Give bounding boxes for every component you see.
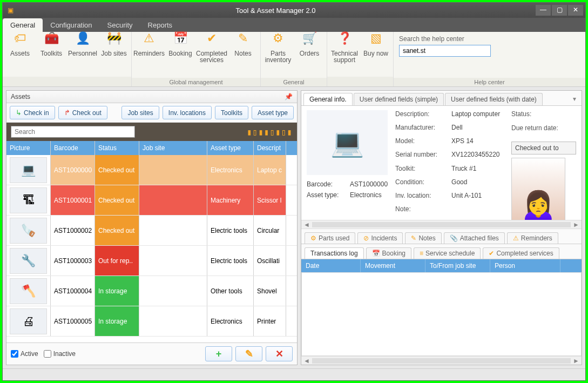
tab-udf-simple[interactable]: User defined fields (simple) bbox=[354, 93, 444, 105]
subtab-completed[interactable]: ✔Completed services bbox=[483, 247, 559, 259]
log-hscroll[interactable]: ◄► bbox=[301, 356, 582, 365]
active-checkbox[interactable]: Active bbox=[11, 350, 38, 358]
person-avatar: 🙍‍♀️ bbox=[511, 158, 565, 220]
subtab-parts-used[interactable]: ⚙Parts used bbox=[305, 232, 355, 244]
grid-header: Picture Barcode Status Job site Asset ty… bbox=[6, 141, 297, 155]
cell-barcode: AST1000000 bbox=[51, 155, 95, 185]
subtab-attached[interactable]: 📎Attached files bbox=[444, 232, 505, 244]
subtab-notes[interactable]: ✎Notes bbox=[405, 232, 441, 244]
inv-locations-button[interactable]: Inv. locations bbox=[163, 106, 212, 119]
pin-icon[interactable]: 📌 bbox=[285, 93, 293, 100]
asset-thumb-icon: 🖨 bbox=[10, 308, 47, 334]
table-row[interactable]: 🏗AST1000001Checked outMachineryScissor l bbox=[6, 185, 297, 216]
ribbon-orders-button[interactable]: 🛒Orders bbox=[295, 34, 323, 57]
tab-security[interactable]: Security bbox=[100, 18, 140, 32]
personnel-icon: 👤 bbox=[76, 35, 90, 49]
incident-icon: ⊘ bbox=[363, 234, 369, 242]
close-button[interactable]: ✕ bbox=[568, 5, 583, 16]
detail-panel: General info. User defined fields (simpl… bbox=[301, 90, 582, 365]
ribbon-notes-button[interactable]: ✎Notes bbox=[229, 34, 257, 57]
ribbon-assets-button[interactable]: 🏷Assets bbox=[6, 34, 34, 57]
subtab-booking[interactable]: 📅Booking bbox=[366, 247, 411, 259]
cell-barcode: AST1000005 bbox=[51, 306, 95, 336]
ribbon-toolkits-button[interactable]: 🧰Toolkits bbox=[37, 34, 65, 57]
ribbon-booking-button[interactable]: 📅Booking bbox=[166, 34, 194, 57]
cell-status: Checked out bbox=[95, 155, 139, 185]
logcol-movement[interactable]: Movement bbox=[361, 259, 425, 272]
job-sites-button[interactable]: Job sites bbox=[121, 106, 159, 119]
detail-hscroll[interactable]: ◄► bbox=[301, 220, 582, 229]
log-body[interactable] bbox=[301, 272, 582, 356]
cell-description: Circular bbox=[254, 216, 286, 245]
delete-button[interactable]: ✕ bbox=[266, 346, 293, 361]
subtab-transactions[interactable]: Transactions log bbox=[305, 247, 364, 259]
ribbon-reminders-button[interactable]: ⚠Reminders bbox=[135, 34, 163, 57]
tab-reports[interactable]: Reports bbox=[140, 18, 180, 32]
ribbon-completed-services-button[interactable]: ✔Completed services bbox=[198, 34, 226, 63]
ribbon-group-4-label bbox=[327, 77, 393, 86]
cog-icon: ⚙ bbox=[310, 234, 316, 242]
col-jobsite[interactable]: Job site bbox=[139, 141, 207, 155]
due-label: Due return date: bbox=[511, 124, 576, 132]
check-out-icon: ↱ bbox=[64, 109, 70, 117]
sn-label: Serial number: bbox=[395, 151, 445, 161]
check-in-icon: ↳ bbox=[16, 109, 22, 117]
logcol-person[interactable]: Person bbox=[490, 259, 560, 272]
subtab-reminders[interactable]: ⚠Reminders bbox=[507, 232, 558, 244]
cell-assettype: Electric tools bbox=[207, 216, 254, 245]
assets-panel-title: Assets bbox=[11, 93, 30, 100]
tab-configuration[interactable]: Configuration bbox=[43, 18, 99, 32]
asset-thumb-icon: 🪓 bbox=[10, 278, 47, 304]
add-button[interactable]: + bbox=[205, 346, 232, 361]
ribbon-job-sites-button[interactable]: 🚧Job sites bbox=[100, 34, 128, 57]
note-label: Note: bbox=[395, 205, 445, 216]
cell-barcode: AST1000003 bbox=[51, 246, 95, 276]
table-row[interactable]: 🪚AST1000002Checked outElectric toolsCirc… bbox=[6, 216, 297, 246]
cell-description: Laptop c bbox=[254, 155, 286, 185]
logcol-date[interactable]: Date bbox=[301, 259, 361, 272]
note-value bbox=[451, 205, 500, 216]
ribbon-parts-inventory-button[interactable]: ⚙Parts inventory bbox=[264, 34, 292, 63]
table-row[interactable]: 🪓AST1000004In storageOther toolsShovel bbox=[6, 276, 297, 306]
completed-icon: ✔ bbox=[489, 250, 494, 257]
cell-jobsite bbox=[139, 216, 207, 245]
check-out-button[interactable]: ↱Check out bbox=[58, 106, 107, 119]
col-picture[interactable]: Picture bbox=[6, 141, 51, 155]
tab-general[interactable]: General bbox=[3, 18, 43, 32]
check-in-button[interactable]: ↳Check in bbox=[10, 106, 55, 119]
model-value: XPS 14 bbox=[451, 137, 500, 147]
ribbon-buy-now-button[interactable]: ▧Buy now bbox=[362, 34, 390, 57]
cell-jobsite bbox=[139, 306, 207, 336]
schedule-icon: ≡ bbox=[420, 250, 423, 257]
table-row[interactable]: 🖨AST1000005In storageElectronicsPrinter bbox=[6, 306, 297, 337]
assets-grid[interactable]: Picture Barcode Status Job site Asset ty… bbox=[6, 141, 297, 342]
ribbon-personnel-button[interactable]: 👤Personnel bbox=[69, 34, 97, 57]
col-barcode[interactable]: Barcode bbox=[51, 141, 95, 155]
barcode-icon: ▮▯▮▮▯▮▯▮ bbox=[247, 127, 293, 137]
subtab-schedule[interactable]: ≡Service schedule bbox=[414, 247, 481, 259]
maximize-button[interactable]: ▢ bbox=[552, 5, 567, 16]
toolkits-button[interactable]: Toolkits bbox=[215, 106, 248, 119]
cell-status: In storage bbox=[95, 276, 139, 306]
table-row[interactable]: 🔧AST1000003Out for rep..Electric toolsOs… bbox=[6, 246, 297, 276]
expand-icon[interactable]: ▾ bbox=[570, 93, 579, 105]
col-status[interactable]: Status bbox=[95, 141, 139, 155]
minimize-button[interactable]: — bbox=[536, 5, 551, 16]
tab-udf-date[interactable]: User defined fields (with date) bbox=[445, 93, 543, 105]
notes-icon: ✎ bbox=[238, 35, 248, 49]
help-search-input[interactable] bbox=[399, 45, 491, 57]
col-description[interactable]: Descript bbox=[254, 141, 286, 155]
logcol-tofrom[interactable]: To/From job site bbox=[425, 259, 490, 272]
inactive-checkbox[interactable]: Inactive bbox=[44, 350, 76, 358]
completed-services-icon: ✔ bbox=[207, 35, 217, 49]
cell-barcode: AST1000001 bbox=[51, 185, 95, 215]
asset-type-button[interactable]: Asset type bbox=[252, 106, 294, 119]
ribbon-technical-support-button[interactable]: ❓Technical support bbox=[330, 34, 359, 63]
edit-button[interactable]: ✎ bbox=[235, 346, 262, 361]
ribbon-group-general-label: General bbox=[261, 78, 327, 86]
table-row[interactable]: 💻AST1000000Checked outElectronicsLaptop … bbox=[6, 155, 297, 185]
col-assettype[interactable]: Asset type bbox=[207, 141, 254, 155]
assets-search-input[interactable] bbox=[11, 126, 135, 138]
tab-general-info[interactable]: General info. bbox=[303, 93, 353, 105]
subtab-incidents[interactable]: ⊘Incidents bbox=[357, 232, 403, 244]
